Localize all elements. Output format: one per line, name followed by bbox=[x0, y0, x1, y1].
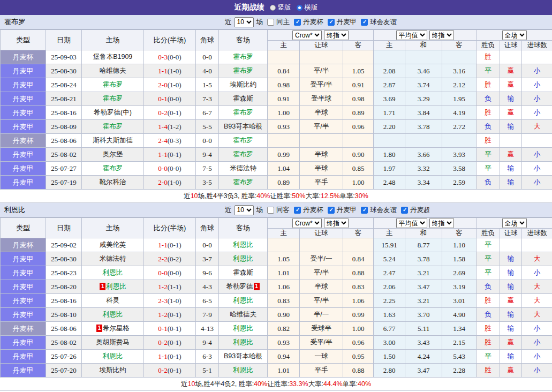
sub-header-handicap: 让球 bbox=[500, 41, 522, 50]
sub-header-result: 胜负 bbox=[477, 229, 500, 238]
avg-draw-cell: 3.84 bbox=[405, 106, 442, 120]
date-cell: 25-08-23 bbox=[46, 266, 82, 280]
score-cell: 0-2(0-1) bbox=[144, 106, 196, 120]
date-cell: 25-08-21 bbox=[46, 92, 82, 106]
score-cell: 2-2(0-2) bbox=[144, 252, 196, 266]
halftime-score: (0-0) bbox=[168, 164, 182, 172]
league-checkbox[interactable] bbox=[361, 207, 368, 214]
away-team-name: 埃斯比约 bbox=[230, 81, 256, 88]
radio-unchecked-icon[interactable] bbox=[270, 5, 276, 11]
match-type-cell: 丹麦甲 bbox=[1, 308, 46, 322]
goals-result-cell: 大 bbox=[522, 308, 552, 322]
halftime-score: (0-1) bbox=[168, 150, 182, 159]
average-group-header: 平均值终指 bbox=[374, 218, 477, 229]
odds-line-cell: 半球 bbox=[300, 162, 343, 176]
away-team-name: 利恩比 bbox=[233, 297, 253, 304]
match-row: 丹麦甲25-08-16希勒罗德(中)0-2(0-1)6-7霍布罗1.00半球0.… bbox=[1, 106, 552, 120]
avg-draw-cell: 3.47 bbox=[405, 280, 442, 294]
fulltime-score: 2-0 bbox=[158, 81, 167, 89]
corner-cell: 6-5 bbox=[196, 294, 219, 308]
avg-home-cell: 2.48 bbox=[374, 176, 405, 190]
layout-radio-horizontal[interactable]: 横版 bbox=[297, 3, 318, 12]
score-cell: 1-1(0-1) bbox=[144, 148, 196, 162]
league-checkbox[interactable] bbox=[328, 207, 335, 214]
summary-segment: 场,胜4平4负2, 胜率: bbox=[195, 380, 254, 389]
league-checkbox[interactable] bbox=[294, 19, 301, 26]
odds-away-cell: 0.83 bbox=[343, 280, 374, 294]
handicap-result-cell: 输 bbox=[500, 176, 522, 190]
away-team-name: 霍布罗 bbox=[233, 150, 253, 158]
fulltime-score: 2-2 bbox=[158, 255, 167, 263]
scope-select[interactable]: 全场 bbox=[502, 30, 527, 40]
average-select[interactable]: 平均值 bbox=[396, 30, 427, 40]
match-count-select[interactable]: 10 bbox=[235, 205, 254, 215]
score-cell: 0-1(0-1) bbox=[144, 322, 196, 336]
halftime-score: (1-0) bbox=[168, 297, 182, 305]
summary-segment: 近 bbox=[184, 192, 191, 201]
bookmaker-select[interactable]: Crow* bbox=[292, 218, 322, 228]
fulltime-score: 0-1 bbox=[158, 325, 167, 333]
odds-home-cell: 0.90 bbox=[268, 308, 300, 322]
league-checkbox[interactable] bbox=[328, 19, 335, 26]
home-team-cell: 奥胡斯费马 bbox=[82, 336, 144, 350]
result-cell: 平 bbox=[477, 64, 500, 78]
corner-cell: 7-9 bbox=[196, 308, 219, 322]
average-stage-select[interactable]: 终指 bbox=[429, 30, 454, 40]
league-checkbox[interactable] bbox=[401, 207, 408, 214]
avg-home-cell: 1.63 bbox=[374, 308, 405, 322]
away-team-cell: 霍布罗 bbox=[219, 134, 268, 148]
result-cell: 平 bbox=[477, 238, 500, 252]
away-team-cell: 霍森斯 bbox=[219, 266, 268, 280]
avg-draw-cell: 3.43 bbox=[405, 336, 442, 350]
col-header-home: 主场 bbox=[82, 218, 144, 238]
league-checkbox[interactable] bbox=[361, 19, 368, 26]
match-count-select[interactable]: 10 bbox=[235, 17, 254, 27]
same-venue-checkbox[interactable] bbox=[267, 19, 274, 26]
col-header-date: 日期 bbox=[46, 218, 82, 238]
sub-header-odds-line: 让球 bbox=[300, 41, 343, 50]
match-type-cell: 丹麦甲 bbox=[1, 162, 46, 176]
match-row: 丹麦杯25-08-061希尔星格0-1(0-1)4-13利恩比0.82受球半1.… bbox=[1, 322, 552, 336]
goals-result-cell: 小 bbox=[522, 364, 552, 378]
layout-radio-vertical[interactable]: 竖版 bbox=[270, 3, 291, 12]
odds-line-cell: 受平/半 bbox=[300, 78, 343, 92]
away-team-cell: 霍布罗 bbox=[219, 50, 268, 64]
match-row: 丹麦甲25-07-27霍布罗0-0(0-0)7-5米德法特1.04半球0.851… bbox=[1, 162, 552, 176]
average-stage-select[interactable]: 终指 bbox=[429, 218, 454, 228]
odds-line-cell bbox=[300, 50, 343, 64]
odds-away-cell: 1.05 bbox=[343, 64, 374, 78]
odds-line-cell: 一球 bbox=[300, 350, 343, 364]
corner-cell: 9-4 bbox=[196, 148, 219, 162]
avg-home-cell: 3.69 bbox=[374, 92, 405, 106]
away-team-name: 利恩比 bbox=[233, 325, 253, 332]
avg-home-cell: 5.24 bbox=[374, 252, 405, 266]
summary-segment: 让胜率: bbox=[267, 380, 289, 389]
radio-checked-icon[interactable] bbox=[297, 5, 303, 11]
average-select[interactable]: 平均值 bbox=[396, 218, 427, 228]
home-team-cell: 埃斯比约 bbox=[82, 364, 144, 378]
odds-stage-select[interactable]: 终指 bbox=[324, 218, 349, 228]
avg-away-cell: 2.28 bbox=[442, 364, 477, 378]
same-venue-checkbox[interactable] bbox=[267, 207, 274, 214]
odds-stage-select[interactable]: 终指 bbox=[324, 30, 349, 40]
corner-cell: 1-5 bbox=[196, 78, 219, 92]
league-checkbox[interactable] bbox=[294, 207, 301, 214]
avg-draw-cell bbox=[405, 50, 442, 64]
result-cell: 胜 bbox=[477, 78, 500, 92]
scope-select[interactable]: 全场 bbox=[502, 218, 527, 228]
date-cell: 25-08-02 bbox=[46, 336, 82, 350]
goals-result-cell: 小 bbox=[522, 336, 552, 350]
odds-home-cell: 0.93 bbox=[268, 120, 300, 134]
handicap-result-cell: 输 bbox=[500, 322, 522, 336]
goals-result-cell bbox=[522, 50, 552, 64]
away-team-cell: 霍布罗 bbox=[219, 148, 268, 162]
avg-draw-cell: 3.21 bbox=[405, 266, 442, 280]
avg-draw-cell bbox=[405, 134, 442, 148]
match-type-cell: 丹麦甲 bbox=[1, 364, 46, 378]
odds-home-cell: 0.99 bbox=[268, 148, 300, 162]
date-cell: 25-08-16 bbox=[46, 106, 82, 120]
sub-header-avg-home: 主 bbox=[374, 41, 405, 50]
record-summary: 近10场,胜4平3负3, 胜率:40% 让胜率:50% 大率:12.5% 单率:… bbox=[0, 190, 552, 203]
corner-cell: 0-0 bbox=[196, 238, 219, 252]
bookmaker-select[interactable]: Crow* bbox=[292, 30, 322, 40]
